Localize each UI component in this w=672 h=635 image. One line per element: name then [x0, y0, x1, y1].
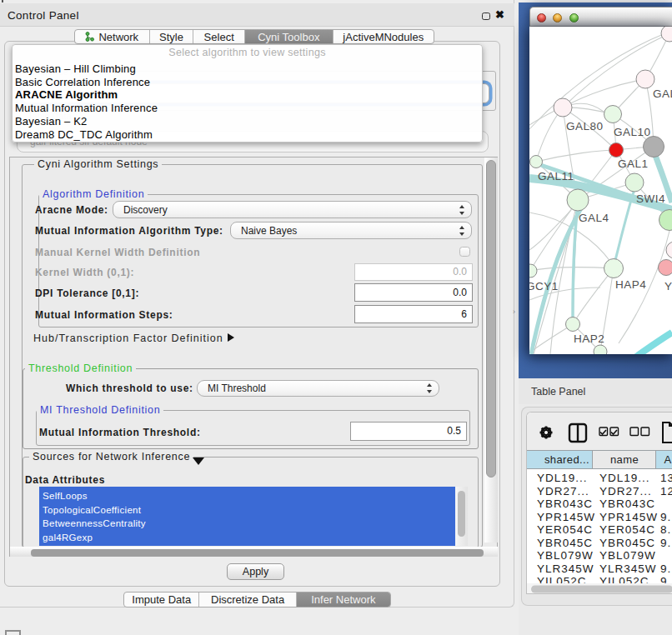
svg-text:YBR043C: YBR043C	[599, 498, 655, 510]
svg-text:8.: 8.	[660, 523, 671, 536]
svg-text:YBR043C: YBR043C	[537, 498, 593, 510]
svg-text:GAL10: GAL10	[614, 126, 651, 138]
svg-text:YPR145W: YPR145W	[599, 511, 658, 523]
svg-text:YPR145W: YPR145W	[537, 511, 595, 523]
svg-text:GAL4: GAL4	[579, 212, 609, 224]
svg-text:GAL8: GAL8	[653, 88, 672, 100]
svg-text:9.: 9.	[660, 562, 671, 575]
svg-text:GAL80: GAL80	[566, 120, 604, 132]
svg-text:HAP4: HAP4	[615, 278, 646, 291]
svg-text:YBR045C: YBR045C	[537, 537, 593, 549]
svg-text:GAL11: GAL11	[538, 170, 574, 182]
svg-text:YDL19...: YDL19...	[537, 472, 588, 484]
svg-text:12: 12	[660, 485, 672, 498]
svg-text:9.: 9.	[660, 537, 671, 549]
svg-text:GCY1: GCY1	[529, 280, 559, 292]
svg-text:YDR27...: YDR27...	[599, 485, 652, 498]
svg-text:YER054C: YER054C	[537, 523, 593, 536]
svg-text:A: A	[664, 453, 671, 466]
svg-text:GAL1: GAL1	[618, 158, 649, 170]
svg-text:13: 13	[660, 472, 672, 484]
svg-text:HAP2: HAP2	[574, 332, 604, 345]
svg-text:YDR27...: YDR27...	[537, 485, 589, 498]
svg-text:YLR345W: YLR345W	[537, 562, 594, 575]
svg-text:YLR345W: YLR345W	[599, 562, 657, 575]
svg-text:YBL079W: YBL079W	[599, 549, 656, 562]
svg-text:YBL079W: YBL079W	[537, 549, 594, 562]
svg-text:YBR045C: YBR045C	[599, 537, 655, 549]
svg-text:shared...: shared...	[544, 453, 589, 466]
svg-text:YDL19...: YDL19...	[599, 472, 650, 484]
svg-text:name: name	[610, 453, 639, 466]
svg-text:YER054C: YER054C	[599, 523, 655, 536]
svg-text:Y: Y	[664, 280, 672, 292]
svg-text:9.: 9.	[660, 511, 671, 523]
svg-text:SWI4: SWI4	[636, 192, 665, 205]
